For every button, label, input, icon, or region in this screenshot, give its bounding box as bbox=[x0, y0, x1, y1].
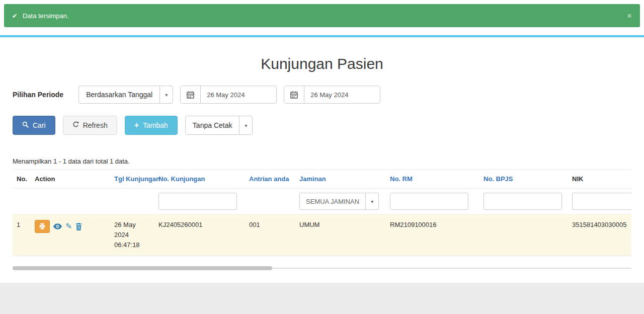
edit-pencil-icon[interactable]: ✎ bbox=[65, 222, 72, 230]
cell-tgl-kunjungan: 26 May 2024 06:47:18 bbox=[110, 214, 154, 256]
chevron-down-icon: ▾ bbox=[365, 193, 378, 209]
date-to-group bbox=[284, 86, 380, 104]
col-action: Action bbox=[31, 170, 110, 189]
scrollbar-thumb[interactable] bbox=[13, 266, 272, 270]
check-icon: ✔ bbox=[12, 12, 18, 20]
table-filter-row: SEMUA JAMINAN ▾ bbox=[13, 189, 631, 214]
main-panel: Kunjungan Pasien Pilihan Periode Berdasa… bbox=[0, 37, 644, 283]
trash-icon[interactable] bbox=[75, 223, 82, 230]
cell-no-kunjungan: KJ2405260001 bbox=[154, 214, 245, 256]
cell-no: 1 bbox=[13, 214, 31, 256]
tambah-button[interactable]: + Tambah bbox=[125, 116, 178, 135]
eye-icon[interactable] bbox=[53, 223, 62, 229]
tambah-label: Tambah bbox=[143, 121, 168, 129]
print-button[interactable] bbox=[35, 220, 50, 233]
refresh-label: Refresh bbox=[83, 121, 108, 129]
success-alert: ✔ Data tersimpan. × bbox=[4, 4, 640, 27]
period-label: Pilihan Periode bbox=[13, 91, 63, 99]
calendar-icon bbox=[284, 86, 304, 103]
cari-label: Cari bbox=[33, 121, 46, 129]
calendar-icon bbox=[181, 86, 201, 103]
cell-no-bpjs bbox=[479, 214, 568, 256]
plus-icon: + bbox=[134, 121, 139, 129]
cell-jaminan: UMUM bbox=[295, 214, 386, 256]
cari-button[interactable]: Cari bbox=[13, 116, 55, 135]
no-kunjungan-filter-input[interactable] bbox=[158, 193, 237, 210]
nik-filter-input[interactable] bbox=[572, 193, 631, 210]
cell-antrian: 001 bbox=[245, 214, 295, 256]
period-type-select[interactable]: Berdasarkan Tanggal ▾ bbox=[78, 86, 173, 104]
col-no-kunjungan[interactable]: No. Kunjungan bbox=[154, 170, 245, 189]
col-no-bpjs[interactable]: No. BPJS bbox=[479, 170, 568, 189]
cell-nik: 351581403030005 bbox=[568, 214, 631, 256]
chevron-down-icon: ▾ bbox=[159, 86, 173, 103]
table-viewport: No. Action Tgl Kunjungan No. Kunjungan A… bbox=[13, 169, 631, 256]
table-row: 1 ✎ bbox=[13, 214, 631, 256]
kunjungan-table: No. Action Tgl Kunjungan No. Kunjungan A… bbox=[13, 169, 631, 256]
tgl-time: 06:47:18 bbox=[114, 240, 150, 250]
refresh-button[interactable]: Refresh bbox=[63, 116, 117, 135]
page-title: Kunjungan Pasien bbox=[13, 37, 631, 72]
print-mode-select[interactable]: Tanpa Cetak ▾ bbox=[185, 116, 253, 135]
no-rm-filter-input[interactable] bbox=[390, 193, 468, 210]
col-antrian-anda[interactable]: Antrian anda bbox=[245, 170, 295, 189]
tgl-date: 26 May 2024 bbox=[114, 220, 150, 240]
alert-message: Data tersimpan. bbox=[23, 12, 627, 20]
cell-no-rm: RM2109100016 bbox=[386, 214, 479, 256]
close-icon[interactable]: × bbox=[627, 12, 632, 20]
jaminan-filter-value: SEMUA JAMINAN bbox=[300, 193, 365, 209]
col-jaminan[interactable]: Jaminan bbox=[295, 170, 386, 189]
chevron-down-icon: ▾ bbox=[239, 116, 252, 134]
no-bpjs-filter-input[interactable] bbox=[484, 193, 562, 210]
search-icon bbox=[22, 121, 29, 129]
horizontal-scrollbar[interactable] bbox=[13, 266, 631, 271]
date-from-input[interactable] bbox=[201, 86, 276, 103]
table-header-row: No. Action Tgl Kunjungan No. Kunjungan A… bbox=[13, 170, 631, 189]
col-nik: NIK bbox=[568, 170, 631, 189]
date-to-input[interactable] bbox=[304, 86, 380, 103]
toolbar: Cari Refresh + Tambah Tanpa Cetak ▾ bbox=[13, 116, 631, 135]
col-no-rm[interactable]: No. RM bbox=[386, 170, 479, 189]
refresh-icon bbox=[72, 121, 79, 129]
alert-area: ✔ Data tersimpan. × bbox=[0, 0, 644, 35]
cell-action: ✎ bbox=[31, 214, 110, 256]
period-type-value: Berdasarkan Tanggal bbox=[79, 86, 159, 103]
print-mode-value: Tanpa Cetak bbox=[186, 116, 239, 134]
date-from-group bbox=[180, 86, 277, 104]
results-summary: Menampilkan 1 - 1 data dari total 1 data… bbox=[13, 158, 631, 165]
jaminan-filter-select[interactable]: SEMUA JAMINAN ▾ bbox=[299, 193, 379, 210]
col-no: No. bbox=[13, 170, 31, 189]
col-tgl-kunjungan[interactable]: Tgl Kunjungan bbox=[110, 170, 154, 189]
period-filter-row: Pilihan Periode Berdasarkan Tanggal ▾ bbox=[13, 86, 631, 104]
